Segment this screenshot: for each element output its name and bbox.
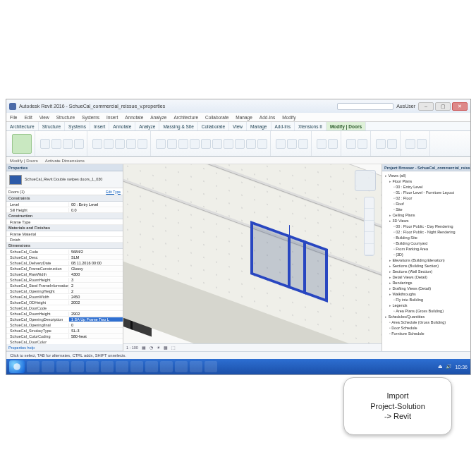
ribbon-button[interactable] — [201, 139, 211, 149]
ribbon-button[interactable] — [63, 139, 73, 149]
menu-item[interactable]: Collaborate — [202, 113, 232, 121]
ribbon-button[interactable] — [178, 139, 188, 149]
property-value[interactable]: SLM — [68, 255, 123, 260]
menu-item[interactable]: Systems — [78, 113, 103, 121]
property-row[interactable]: SchueCal_RoomHeight2902 — [6, 311, 123, 317]
ribbon-tab[interactable]: Xtensions II — [295, 122, 327, 130]
ribbon-tab[interactable]: Manage — [247, 122, 271, 130]
taskbar-item[interactable] — [130, 361, 143, 372]
view-cube[interactable] — [355, 170, 376, 191]
ribbon-tab[interactable]: Modify | Doors — [327, 122, 366, 130]
property-value[interactable]: 1 SA Up Frame Two L — [68, 317, 123, 322]
property-row[interactable]: Level00 : Entry Level — [6, 202, 123, 207]
tree-node[interactable]: Detail Views (Detail) — [382, 274, 470, 280]
taskbar-item[interactable] — [71, 361, 84, 372]
property-row[interactable]: SchueCal_ODHeight2002 — [6, 300, 123, 305]
ribbon-button[interactable] — [276, 139, 286, 149]
ribbon-button[interactable] — [387, 139, 397, 149]
nav-wheel-icon[interactable] — [365, 232, 374, 243]
ribbon-button[interactable] — [156, 139, 166, 149]
ribbon-tab[interactable]: Architecture — [6, 122, 39, 130]
property-value[interactable]: 4300 — [68, 272, 123, 276]
shadows-icon[interactable]: ▩ — [164, 346, 168, 350]
context-action[interactable]: Activate Dimensions — [45, 157, 85, 164]
ribbon-button[interactable] — [167, 139, 177, 149]
crop-icon[interactable]: ⬚ — [171, 346, 176, 350]
tree-node[interactable]: Ceiling Plans — [382, 212, 470, 218]
property-value[interactable]: 2002 — [68, 300, 123, 305]
taskbar-item[interactable] — [175, 361, 188, 372]
tray-icon[interactable]: 🔊 — [446, 364, 452, 370]
tree-node[interactable]: 02 : Floor Public - Night Rendering — [382, 229, 470, 235]
property-row[interactable]: Finish — [6, 237, 123, 243]
property-row[interactable]: SchueCal_ColorCoding580-heat — [6, 334, 123, 339]
ribbon-button[interactable] — [298, 139, 308, 149]
property-value[interactable]: 580-heat — [68, 334, 123, 338]
tree-node[interactable]: Renderings — [382, 280, 470, 286]
tree-node[interactable]: Fly into Building — [382, 297, 470, 303]
property-value[interactable]: 00 : Entry Level — [68, 202, 123, 207]
ribbon-button[interactable] — [104, 139, 114, 149]
tree-node[interactable]: 01 : Floor Level - Furniture Layout — [382, 190, 470, 195]
tree-node[interactable]: {3D} — [382, 252, 470, 257]
ribbon-button[interactable] — [346, 139, 356, 149]
ribbon-tab[interactable]: Systems — [65, 122, 90, 130]
tree-node[interactable]: 02 : Floor — [382, 195, 470, 201]
property-row[interactable]: SchueCal_RawWidth4300 — [6, 271, 123, 277]
taskbar-item[interactable] — [56, 361, 69, 372]
ribbon-button[interactable] — [417, 139, 427, 149]
property-group-header[interactable]: Materials and Finishes — [6, 225, 123, 231]
property-row[interactable]: SchueCal_FrameConstructionGlossy — [6, 266, 123, 271]
property-value[interactable]: 2 — [68, 289, 123, 293]
property-row[interactable]: SchueCal_RoomWidth2450 — [6, 294, 123, 300]
property-row[interactable]: SchueCal_OpeningDescription1 SA Up Frame… — [6, 317, 123, 322]
tree-node[interactable]: Views (all) — [382, 173, 470, 178]
tree-node[interactable]: Building Courtyard — [382, 240, 470, 246]
sun-path-icon[interactable]: ☀ — [157, 346, 160, 350]
tree-node[interactable]: Furniture Schedule — [382, 331, 470, 336]
taskbar-item[interactable] — [190, 361, 202, 372]
menu-item[interactable]: Add-Ins — [256, 113, 279, 121]
ribbon-button[interactable] — [224, 139, 233, 149]
property-row[interactable]: SchueCal_OpeningHeight2 — [6, 288, 123, 294]
tree-node[interactable]: Area Plans (Gross Building) — [382, 308, 470, 314]
maximize-button[interactable]: ▢ — [435, 102, 451, 111]
tree-node[interactable]: 3D Views — [382, 218, 470, 224]
property-group-header[interactable]: Dimensions — [6, 243, 123, 249]
property-row[interactable]: SchueCal_Openingfinal0 — [6, 322, 123, 328]
menu-item[interactable]: Analyze — [147, 113, 170, 121]
property-row[interactable]: SchueCal_Steel FrameInformation2 — [6, 283, 123, 288]
ribbon-tab[interactable]: Analyze — [135, 122, 159, 130]
tray-icon[interactable]: ⏏ — [438, 364, 443, 370]
system-tray[interactable]: ⏏ 🔊 10:36 — [438, 364, 468, 370]
property-row[interactable]: SchueCal_SmokeyTypeSL-3 — [6, 328, 123, 334]
property-value[interactable]: 2450 — [68, 295, 123, 299]
ribbon-tab[interactable]: View — [229, 122, 247, 130]
ribbon-tab[interactable]: Add-Ins — [271, 122, 295, 130]
ribbon-tab[interactable]: Collaborate — [198, 122, 229, 130]
menu-item[interactable]: Insert — [103, 113, 121, 121]
tree-node[interactable]: Sections (Wall Section) — [382, 269, 470, 274]
viewport-3d[interactable]: 1 : 100 ▦ ◔ ☀ ▩ ⬚ — [123, 164, 382, 351]
property-value[interactable]: 2902 — [68, 312, 123, 316]
properties-help-link[interactable]: Properties help — [8, 346, 35, 350]
close-button[interactable]: ✕ — [452, 102, 468, 111]
tree-node[interactable]: Area Schedule (Gross Building) — [382, 319, 470, 325]
property-row[interactable]: SchueCal_DescSLM — [6, 255, 123, 260]
menu-item[interactable]: View — [36, 113, 53, 121]
ribbon-button[interactable] — [317, 139, 327, 149]
menu-item[interactable]: Modify — [279, 113, 299, 121]
ribbon-button[interactable] — [126, 139, 136, 149]
tree-node[interactable]: Schedules/Quantities — [382, 314, 470, 319]
taskbar-item[interactable] — [145, 361, 158, 372]
visual-style-icon[interactable]: ◔ — [149, 346, 153, 350]
taskbar-item[interactable] — [42, 361, 54, 372]
property-row[interactable]: SchueCal_DoorColor — [6, 339, 123, 344]
menu-item[interactable]: File — [6, 113, 20, 121]
taskbar-item[interactable] — [86, 361, 99, 372]
property-row[interactable]: Frame Type — [6, 219, 123, 225]
property-value[interactable]: 08.11.2016 00:00 — [68, 261, 123, 265]
property-row[interactable]: Frame Material — [6, 231, 123, 237]
ribbon-button[interactable] — [190, 139, 200, 149]
ribbon-tab[interactable]: Structure — [39, 122, 65, 130]
